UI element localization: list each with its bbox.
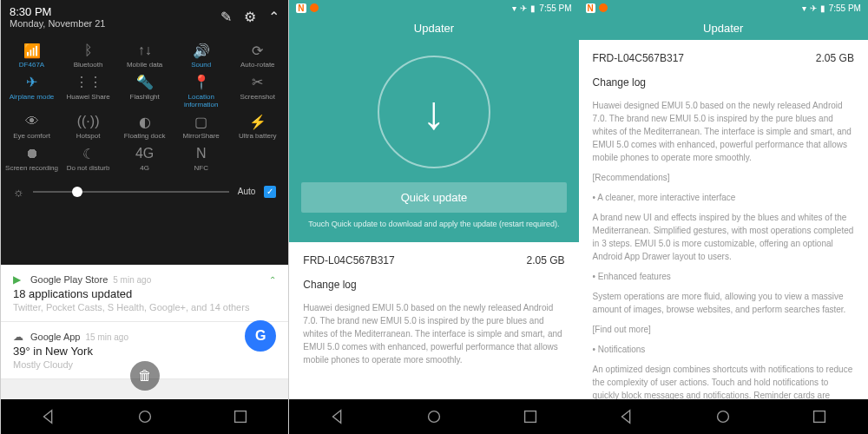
notif-app-name: Google Play Store	[30, 274, 108, 285]
airplane-icon: ✈	[24, 75, 40, 90]
screenshot-icon: ✂	[250, 75, 266, 90]
status-time: 8:30 PM	[10, 5, 105, 18]
back-button[interactable]	[39, 407, 58, 426]
phone-updater-changelog: N ▾✈▮7:55 PM Updater FRD-L04C567B317 2.0…	[579, 0, 868, 434]
wifi-icon: ▾	[512, 3, 516, 13]
recents-button[interactable]	[521, 407, 540, 426]
status-date: Monday, November 21	[10, 18, 105, 29]
sound-icon: 🔊	[194, 43, 209, 58]
qs-tile-ultra-battery[interactable]: ⚡Ultra battery	[230, 112, 285, 142]
chevron-up-icon[interactable]: ⌃	[268, 9, 279, 25]
4g-icon: 4G	[137, 146, 153, 161]
build-size: 2.05 GB	[527, 254, 565, 266]
qs-tile-location[interactable]: 📍Location information	[174, 73, 228, 111]
dnd-icon: ☾	[81, 146, 96, 161]
location-icon: 📍	[194, 75, 209, 90]
brightness-slider[interactable]	[33, 191, 229, 193]
qs-tile-dnd[interactable]: ☾Do not disturb	[61, 144, 115, 174]
qs-tile-mirrorshare[interactable]: ▢MirrorShare	[174, 112, 228, 142]
brightness-icon: ☼	[13, 185, 24, 199]
back-button[interactable]	[328, 407, 347, 426]
ultra-battery-icon: ⚡	[250, 114, 266, 129]
nfc-indicator-icon	[310, 3, 319, 12]
qs-tile-screen-rec[interactable]: ⏺Screen recording	[4, 144, 59, 174]
qs-tile-floating-dock[interactable]: ◐Floating dock	[117, 112, 172, 142]
changelog-heading: Change log	[303, 279, 564, 291]
nfc-icon: N	[194, 146, 209, 161]
qs-tile-hotspot[interactable]: ((·))Hotspot	[61, 112, 115, 142]
nav-bar	[579, 399, 868, 434]
n-badge-icon: N	[296, 3, 306, 13]
chevron-up-icon[interactable]: ⌃	[269, 275, 276, 285]
brightness-row: ☼ Auto ✓	[1, 181, 288, 202]
huawei-share-icon: ⋮⋮	[81, 75, 96, 90]
qs-tile-mobile-data[interactable]: ↑↓Mobile data	[117, 41, 172, 71]
svg-rect-5	[814, 411, 825, 423]
build-id: FRD-L04C567B317	[593, 52, 684, 64]
nav-bar	[289, 399, 578, 434]
download-circle: ↓	[378, 56, 490, 168]
cloud-icon: ☁	[13, 331, 25, 343]
changelog-heading: Change log	[593, 76, 854, 89]
qs-tile-screenshot[interactable]: ✂Screenshot	[230, 73, 285, 111]
home-button[interactable]	[135, 407, 155, 426]
build-id: FRD-L04C567B317	[303, 254, 394, 266]
recents-button[interactable]	[810, 407, 829, 426]
mirrorshare-icon: ▢	[194, 114, 209, 129]
phone-notification-shade: 8:30 PM Monday, November 21 ✎ ⚙ ⌃ 📶DF467…	[0, 0, 289, 434]
qs-tile-sound[interactable]: 🔊Sound	[174, 41, 228, 71]
phone-updater-download: N ▾✈▮7:55 PM Updater ↓ Quick update Touc…	[289, 0, 578, 434]
recents-button[interactable]	[231, 407, 250, 426]
status-bar: N ▾✈▮7:55 PM	[289, 0, 578, 16]
svg-rect-1	[235, 411, 247, 423]
edit-icon[interactable]: ✎	[220, 9, 232, 25]
bluetooth-icon: ᛒ	[81, 43, 96, 58]
changelog-body: Huawei designed EMUI 5.0 based on the ne…	[303, 301, 564, 366]
qs-tile-4g[interactable]: 4G4G	[117, 144, 172, 174]
qs-tile-flashlight[interactable]: 🔦Flashlight	[117, 73, 172, 111]
download-arrow-icon: ↓	[422, 85, 445, 139]
eye-comfort-icon: 👁	[24, 114, 40, 129]
updater-title: Updater	[289, 16, 578, 40]
back-button[interactable]	[617, 407, 636, 426]
n-badge-icon: N	[586, 3, 595, 13]
notification-shade: 8:30 PM Monday, November 21 ✎ ⚙ ⌃ 📶DF467…	[1, 0, 288, 265]
battery-icon: ▮	[530, 3, 536, 13]
qs-tile-bluetooth[interactable]: ᛒBluetooth	[61, 41, 115, 71]
mobile-data-icon: ↑↓	[137, 43, 153, 58]
qs-tile-eye-comfort[interactable]: 👁Eye comfort	[4, 112, 59, 142]
notification-play-store[interactable]: ▶ Google Play Store 5 min ago ⌃ 18 appli…	[1, 265, 288, 322]
wifi-icon: ▾	[802, 3, 806, 13]
svg-point-4	[718, 411, 729, 423]
airplane-icon: ✈	[810, 3, 817, 13]
svg-point-2	[429, 411, 440, 423]
nfc-indicator-icon	[599, 3, 608, 12]
qs-tile-nfc[interactable]: NNFC	[174, 144, 228, 174]
qs-tile-auto-rotate[interactable]: ⟳Auto-rotate	[230, 41, 285, 71]
airplane-icon: ✈	[520, 3, 527, 13]
qs-tile-wifi[interactable]: 📶DF467A	[4, 41, 59, 71]
home-button[interactable]	[713, 407, 733, 426]
flashlight-icon: 🔦	[137, 75, 153, 90]
brightness-auto-label: Auto	[238, 187, 256, 196]
quick-update-button[interactable]: Quick update	[301, 182, 566, 213]
brightness-auto-checkbox[interactable]: ✓	[264, 186, 276, 198]
changelog-body[interactable]: Huawei designed EMUI 5.0 based on the ne…	[593, 99, 854, 399]
nav-bar	[1, 399, 288, 434]
battery-icon: ▮	[820, 3, 825, 13]
home-button[interactable]	[424, 407, 444, 426]
clear-all-button[interactable]: 🗑	[130, 361, 160, 391]
qs-tile-airplane[interactable]: ✈Airplane mode	[4, 73, 59, 111]
wifi-icon: 📶	[24, 43, 40, 58]
quick-settings-grid: 📶DF467AᛒBluetooth↑↓Mobile data🔊Sound⟳Aut…	[1, 34, 288, 181]
svg-point-0	[139, 411, 150, 423]
build-size: 2.05 GB	[816, 52, 854, 64]
screen-rec-icon: ⏺	[24, 146, 40, 161]
auto-rotate-icon: ⟳	[250, 43, 266, 58]
quick-update-hint: Touch Quick update to download and apply…	[308, 220, 559, 230]
qs-tile-huawei-share[interactable]: ⋮⋮Huawei Share	[61, 73, 115, 111]
floating-dock-icon: ◐	[137, 114, 153, 129]
gear-icon[interactable]: ⚙	[244, 9, 256, 25]
status-bar: N ▾✈▮7:55 PM	[579, 0, 868, 16]
hotspot-icon: ((·))	[81, 114, 96, 129]
